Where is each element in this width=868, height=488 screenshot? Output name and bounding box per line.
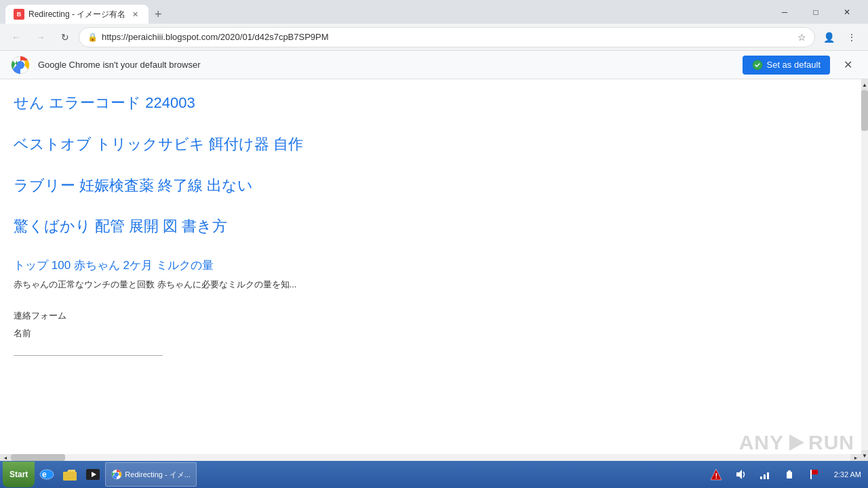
svg-point-2 — [18, 62, 24, 68]
section-text: 赤ちゃんの正常なウンチの量と回数 赤ちゃんに必要なミルクの量を知... — [14, 278, 854, 291]
taskbar-network-icon[interactable] — [754, 464, 776, 485]
tab-area: B Redirecting - イメージ有名 ✕ + — [5, 0, 769, 24]
tab-favicon: B — [14, 9, 24, 20]
titlebar: B Redirecting - イメージ有名 ✕ + ─ □ ✕ — [0, 0, 868, 24]
svg-point-11 — [115, 472, 119, 476]
hscrollbar-track — [11, 454, 850, 461]
svg-rect-16 — [764, 474, 766, 479]
new-tab-button[interactable]: + — [149, 5, 167, 24]
close-button[interactable]: ✕ — [831, 0, 863, 24]
page-link-3[interactable]: ラブリー 妊娠検査薬 終了線 出ない — [14, 176, 854, 197]
svg-rect-7 — [63, 472, 77, 481]
url-bar[interactable]: 🔒 https://peraichiii.blogspot.com/2020/0… — [79, 27, 815, 47]
shield-check-icon — [752, 60, 763, 70]
hscrollbar-right-button[interactable]: ► — [850, 454, 861, 461]
scrollbar-down-button[interactable]: ▼ — [861, 450, 868, 461]
lock-icon: 🔒 — [87, 33, 98, 42]
contact-form-section: 連絡フォーム 名前 — [14, 310, 854, 356]
svg-rect-17 — [767, 472, 769, 479]
infobar-close-button[interactable]: ✕ — [838, 56, 857, 75]
taskbar-ie-icon[interactable]: e — [36, 464, 58, 485]
section-title-link[interactable]: トップ 100 赤ちゃん 2ケ月 ミルクの量 — [14, 258, 854, 274]
name-label: 名前 — [14, 327, 854, 340]
addressbar: ← → ↻ 🔒 https://peraichiii.blogspot.com/… — [0, 24, 868, 51]
scrollbar-up-button[interactable]: ▲ — [861, 79, 868, 90]
page-content: せん エラーコード 224003 ベストオブ トリックサビキ 餌付け器 自作 ラ… — [0, 79, 868, 461]
section-milk: トップ 100 赤ちゃん 2ケ月 ミルクの量 赤ちゃんの正常なウンチの量と回数 … — [14, 258, 854, 291]
page-link-2[interactable]: ベストオブ トリックサビキ 餌付け器 自作 — [14, 134, 854, 155]
svg-rect-18 — [787, 472, 792, 479]
minimize-button[interactable]: ─ — [769, 0, 800, 24]
active-tab[interactable]: B Redirecting - イメージ有名 ✕ — [5, 5, 149, 24]
svg-marker-4 — [789, 434, 804, 451]
svg-text:e: e — [42, 470, 47, 479]
taskbar-tray: ! — [701, 464, 829, 485]
contact-form-title: 連絡フォーム — [14, 310, 854, 322]
taskbar-time: 2:32 AM — [830, 470, 865, 479]
page-link-1[interactable]: せん エラーコード 224003 — [14, 93, 854, 114]
taskbar-chrome-item[interactable]: Redirecting - イメ... — [105, 462, 197, 487]
page-link-4[interactable]: 驚くばかり 配管 展開 図 書き方 — [14, 216, 854, 237]
infobar: Google Chrome isn't your default browser… — [0, 51, 868, 79]
url-text: https://peraichiii.blogspot.com/2020/01/… — [102, 32, 793, 42]
name-input[interactable] — [14, 342, 163, 356]
taskbar-warning-icon[interactable]: ! — [705, 464, 727, 485]
infobar-message: Google Chrome isn't your default browser — [38, 60, 734, 70]
watermark-play-icon — [785, 432, 807, 453]
scrollbar-thumb[interactable] — [861, 90, 868, 131]
profile-button[interactable]: 👤 — [818, 26, 840, 48]
chrome-logo-icon — [11, 56, 30, 75]
main-scrollbar: ▲ ▼ — [861, 79, 868, 461]
tab-title: Redirecting - イメージ有名 — [28, 9, 125, 20]
taskbar: Start e Redirecting - イメ... ! — [0, 461, 868, 488]
svg-rect-20 — [811, 470, 818, 474]
watermark: ANY RUN — [739, 431, 854, 454]
svg-rect-15 — [760, 476, 762, 479]
tab-close-button[interactable]: ✕ — [130, 9, 140, 20]
svg-marker-14 — [736, 470, 742, 479]
watermark-text-any: ANY — [739, 431, 784, 454]
maximize-button[interactable]: □ — [800, 0, 831, 24]
watermark-text-run: RUN — [808, 431, 854, 454]
addressbar-right: 👤 ⋮ — [818, 26, 863, 48]
hscrollbar-thumb[interactable] — [11, 454, 65, 461]
forward-button[interactable]: → — [30, 26, 52, 48]
window-controls: ─ □ ✕ — [769, 0, 863, 24]
bookmark-icon[interactable]: ☆ — [797, 32, 806, 43]
menu-button[interactable]: ⋮ — [841, 26, 863, 48]
set-default-button[interactable]: Set as default — [743, 56, 831, 75]
start-button[interactable]: Start — [3, 462, 35, 487]
page-body: せん エラーコード 224003 ベストオブ トリックサビキ 餌付け器 自作 ラ… — [0, 79, 868, 356]
horizontal-scrollbar: ◄ ► — [0, 454, 861, 461]
taskbar-flags-icon[interactable] — [803, 464, 825, 485]
refresh-button[interactable]: ↻ — [54, 26, 76, 48]
taskbar-security-icon[interactable] — [778, 464, 800, 485]
taskbar-folder-icon[interactable] — [59, 464, 81, 485]
hscrollbar-left-button[interactable]: ◄ — [0, 454, 11, 461]
back-button[interactable]: ← — [5, 26, 27, 48]
svg-text:!: ! — [715, 472, 717, 480]
taskbar-volume-icon[interactable] — [730, 464, 751, 485]
svg-rect-19 — [788, 470, 791, 472]
taskbar-media-icon[interactable] — [82, 464, 104, 485]
taskbar-tab-title: Redirecting - イメ... — [125, 470, 191, 480]
